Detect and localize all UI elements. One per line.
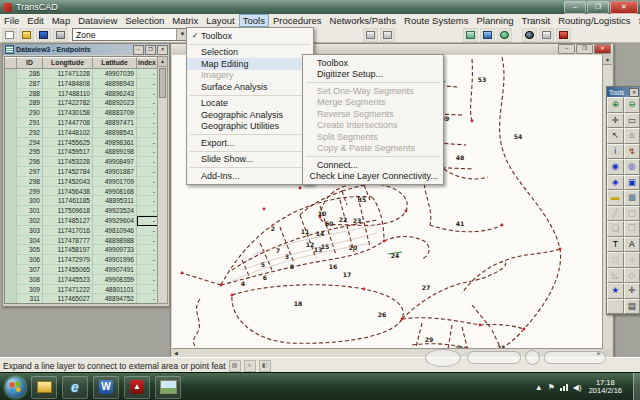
menubar-item-dataview[interactable]: Dataview [74, 14, 121, 27]
tools-menu-item-map-editing[interactable]: Map Editing▸ [187, 58, 313, 70]
action-center-icon[interactable]: ⚑ [548, 383, 555, 392]
table-row[interactable]: 30411747877748898988- [5, 236, 158, 246]
map-scroll-up-icon[interactable]: ▲ [603, 55, 612, 65]
triangle-draw-tool[interactable]: ◺ [607, 268, 624, 284]
table-row[interactable]: 30611747297949901996- [5, 255, 158, 265]
table-row[interactable]: 29111744770848897471- [5, 118, 158, 128]
copy-tool[interactable]: ❏ [607, 221, 624, 237]
index-cell[interactable]: - [137, 98, 158, 108]
menubar-item-routing-logistics[interactable]: Routing/Logistics [554, 14, 634, 27]
table-row[interactable]: 30311741701649810946- [5, 226, 158, 236]
table-row[interactable]: 29911745643849908168- [5, 187, 158, 197]
table-row[interactable]: 30011746118548895311- [5, 196, 158, 206]
menubar-item-selection[interactable]: Selection [121, 14, 168, 27]
tools-menu-item-selection[interactable]: Selection [187, 47, 313, 59]
table-row[interactable]: 29511745951748899198- [5, 147, 158, 157]
tools-menu-item-surface-analysis[interactable]: Surface Analysis▸ [187, 81, 313, 93]
full-extent-tool[interactable]: ⌂ [624, 128, 640, 144]
map-editing-item-digitizer-setup[interactable]: Digitizer Setup... [303, 69, 443, 81]
table-row[interactable]: 30811744552349908359- [5, 275, 158, 285]
map-close-button[interactable]: ✕ [594, 44, 611, 54]
hotspot-tool[interactable]: ↯ [624, 144, 640, 160]
index-cell[interactable]: - [137, 236, 158, 246]
map-editing-item-connect[interactable]: Connect... [303, 159, 443, 171]
index-cell[interactable]: - [137, 216, 158, 226]
tools-palette-titlebar[interactable]: Tools ✕ [607, 87, 640, 97]
dataview-maximize-button[interactable]: ❐ [145, 45, 156, 55]
tools-menu-item-export[interactable]: Export... [187, 137, 313, 149]
zoom-out-tool[interactable]: ⊖ [624, 97, 640, 113]
table-row[interactable]: 30911747122248801101- [5, 285, 158, 295]
save-icon[interactable] [36, 28, 51, 42]
index-cell[interactable]: - [137, 206, 158, 216]
tools-menu-item-add-ins[interactable]: Add-Ins... [187, 170, 313, 182]
highlight-tool[interactable]: ▬ [607, 190, 624, 206]
table-row[interactable]: 31111746502748894752- [5, 294, 158, 304]
index-cell[interactable]: - [137, 89, 158, 99]
scrollbar-thumb[interactable] [159, 68, 166, 98]
select-shape-tool[interactable]: ◈ [607, 175, 624, 191]
close-button[interactable]: ✕ [610, 1, 638, 14]
map-scroll-right-icon[interactable]: ▶ [595, 349, 603, 357]
map-editing-item-toolbox[interactable]: Toolbox [303, 57, 443, 69]
snap-tool[interactable]: ★ [607, 283, 624, 299]
info-tool[interactable]: i [607, 144, 624, 160]
map-scroll-left-icon[interactable]: ◀ [172, 349, 180, 357]
index-cell[interactable]: - [137, 196, 158, 206]
show-desktop-button[interactable] [633, 373, 640, 400]
taskbar-clock[interactable]: 17:18 2014/2/16 [589, 379, 622, 396]
map-editing-item-set-one-way-segments[interactable]: Set One-Way Segments [303, 85, 443, 97]
locator-icon[interactable] [522, 28, 537, 42]
selection-toggle-icon[interactable] [380, 28, 395, 42]
menubar-item-planning[interactable]: Planning [472, 14, 517, 27]
menubar-item-file[interactable]: File [0, 14, 23, 27]
select-point-tool[interactable]: ◉ [607, 159, 624, 175]
index-cell[interactable]: - [137, 128, 158, 138]
circle-draw-tool[interactable]: ○ [624, 252, 640, 268]
tools-menu-item-imagery[interactable]: Imagery [187, 70, 313, 82]
paste-tool[interactable]: ❐ [624, 221, 640, 237]
select-circle-tool[interactable]: ◎ [624, 159, 640, 175]
tools-menu-item-geographic-utilities[interactable]: Geographic Utilities▸ [187, 121, 313, 133]
menubar-item-procedures[interactable]: Procedures [269, 14, 326, 27]
menubar-item-networks-paths[interactable]: Networks/Paths [326, 14, 401, 27]
index-cell[interactable]: - [137, 275, 158, 285]
menubar-item-statistics[interactable]: Statistics [635, 14, 640, 27]
index-cell[interactable]: - [137, 69, 158, 79]
map-minimize-button[interactable]: – [558, 44, 575, 54]
taskbar-ie-icon[interactable]: e [62, 376, 88, 399]
minimize-button[interactable]: – [564, 1, 586, 14]
map-restore-button[interactable]: ❐ [576, 44, 593, 54]
index-cell[interactable]: - [137, 118, 158, 128]
table-row[interactable]: 29411745562549898361- [5, 138, 158, 148]
find-icon[interactable] [539, 28, 554, 42]
tools-menu-item-locate[interactable]: Locate▸ [187, 98, 313, 110]
menubar-item-route-systems[interactable]: Route Systems [400, 14, 472, 27]
table-row[interactable]: 30111750961849923524- [5, 206, 158, 216]
menubar-item-transit[interactable]: Transit [517, 14, 554, 27]
scroll-up-icon[interactable]: ▲ [158, 57, 167, 67]
table-row[interactable]: 28911742278248892023- [5, 98, 158, 108]
volume-icon[interactable]: ◀) [573, 383, 582, 392]
map-editing-item-merge-segments[interactable]: Merge Segments [303, 97, 443, 109]
tools-palette-close-icon[interactable]: ✕ [629, 88, 639, 97]
new-file-icon[interactable] [2, 28, 17, 42]
menubar-item-edit[interactable]: Edit [23, 14, 47, 27]
index-cell[interactable]: - [137, 157, 158, 167]
taskbar-adobe-icon[interactable]: ▲ [124, 376, 150, 399]
index-cell[interactable]: - [137, 294, 158, 304]
menubar-item-map[interactable]: Map [48, 14, 74, 27]
table-row[interactable]: 29711745278449901887- [5, 167, 158, 177]
layer-combobox[interactable]: Zone ▼ [72, 28, 189, 41]
dataview-minimize-button[interactable]: – [133, 45, 144, 55]
map-editing-item-check-line-layer-connectivity[interactable]: Check Line Layer Connectivity... [303, 171, 443, 183]
index-cell[interactable]: - [137, 245, 158, 255]
rect-draw-tool[interactable]: □ [607, 252, 624, 268]
start-button[interactable] [5, 377, 26, 398]
menubar-item-layout[interactable]: Layout [202, 14, 239, 27]
tools-menu-item-toolbox[interactable]: ✓Toolbox [187, 30, 313, 42]
menubar-item-matrix[interactable]: Matrix [168, 14, 202, 27]
map-editing-item-create-intersections[interactable]: Create Intersections [303, 120, 443, 132]
map-editing-item-split-segments[interactable]: Split Segments [303, 131, 443, 143]
index-cell[interactable]: - [137, 265, 158, 275]
